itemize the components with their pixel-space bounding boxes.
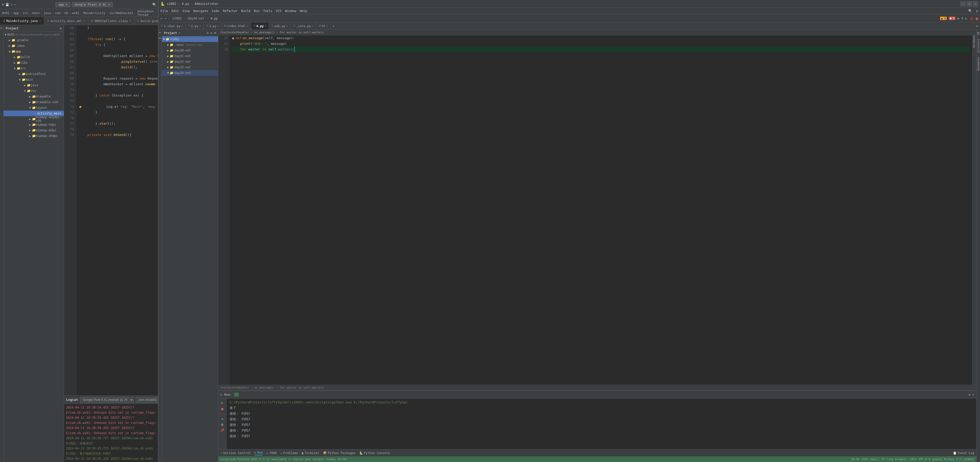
menu-vcs[interactable]: VCS [276,9,282,13]
tree-mipmap-anydpi[interactable]: ▶ 📁 mipmap-anydpi-v26 [3,116,64,122]
tree-drawable-v24[interactable]: ▶ 📁 drawable-v24 [3,99,64,105]
tab-activitymain[interactable]: X activity_main.xml × [44,17,88,25]
search-icon[interactable]: 🔍 [152,3,157,6]
tree-mipmap-xhdpi[interactable]: ▶ 📁 mipmap-xhdpi [3,133,64,139]
tree-app[interactable]: ▼ 📁 app [3,49,64,54]
breadcrumb-thread[interactable]: anonymous Thread [137,10,154,17]
py-search-icon[interactable]: 🔍 [968,9,972,13]
py-tree-day33[interactable]: ▶ 📁 day33-net [162,64,218,70]
tab-mainactivity[interactable]: J MainActivity.java × [0,17,44,25]
menu-file[interactable]: File [161,9,168,13]
py-tab-1chat[interactable]: P 1.chat.py × [158,22,186,29]
menu-code[interactable]: Code [212,9,220,13]
py-tab-corepy[interactable]: P _core.py × [291,22,316,29]
database-strip[interactable]: Database [972,35,975,49]
py-tree-root[interactable]: ▼ 📁 s1002 E:\PycharmProjects\luffySpider… [162,37,218,42]
tree-mipmap-hdpi[interactable]: ▶ 📁 mipmap-hdpi [3,122,64,127]
py-tab-event-log[interactable]: 📋 Event Log [953,451,974,455]
breadcrumb-nb[interactable]: nb [64,11,68,15]
tree-src[interactable]: ▼ 📁 src [3,65,64,71]
breadcrumb-ws01b[interactable]: ws01 [72,11,80,15]
menu-refactor[interactable]: Refactor [223,9,237,13]
py-tab-close-1[interactable]: × [181,25,183,27]
py-right-bookmarks[interactable]: Bookmarks [977,57,980,71]
tree-idea[interactable]: ▶ 📁 .idea [3,43,64,49]
menu-view[interactable]: View [183,9,190,13]
py-project-dropdown[interactable]: ▾ [179,31,180,35]
py-tab-close-web[interactable]: × [286,25,288,27]
py-tab-todo[interactable]: ☑ TODO [266,451,277,455]
py-tab-3py[interactable]: P 3.py × [204,22,222,29]
py-tab-python-console[interactable]: 🐍 Python Console [359,451,390,455]
menu-run[interactable]: Run [254,9,259,13]
py-tab-2py[interactable]: P 2.py × [186,22,204,29]
py-debug-btn[interactable]: 🐞 [969,16,974,21]
py-tab-close-4[interactable]: × [265,25,266,27]
breadcrumb-com[interactable]: com [55,11,60,15]
py-tab-python-packages[interactable]: 📦 Python Packages [323,451,355,455]
py-tab-problems[interactable]: ⚠ Problems [280,451,298,455]
pycharm-minimize-btn[interactable]: — [961,1,966,6]
py-tab-ht[interactable]: H ht × [317,22,331,29]
tree-java[interactable]: ▶ 📁 java [3,83,64,88]
py-tab-close-ht[interactable]: × [326,25,328,27]
breadcrumb-app[interactable]: app [13,11,19,15]
py-tree-day32[interactable]: ▶ 📁 day32-net [162,59,218,64]
tree-build[interactable]: ▶ 📁 build [3,54,64,60]
tree-androidtest[interactable]: ▶ 📁 androidTest [3,71,64,77]
py-stop-icon[interactable]: ■ [221,407,223,411]
py-tab-close-3[interactable]: × [218,25,219,27]
menu-navigate[interactable]: Navigate [194,9,208,13]
py-code-body[interactable]: ● def on_message(self, message): print("… [229,35,972,385]
breadcrumb-mainactivity[interactable]: MainActivity [83,11,105,15]
py-run-btn[interactable]: ▶ [965,16,967,21]
py-run-config-icon[interactable]: ▶ 4 [958,17,963,20]
py-breadcrumb-day34[interactable]: day34-net [188,17,204,20]
project-settings-icon[interactable]: ⚙ [60,27,62,30]
tab-buildgradle[interactable]: G build.gradle (:app) × [134,17,159,25]
device-selector[interactable]: Google Pixel 4 XL ▾ [72,2,113,7]
py-tab-webpy[interactable]: P web.py × [269,22,291,29]
tree-root[interactable]: ▼ Ws01 E:\AndroidStudioProjects\Ws01 [3,32,64,37]
tab-close-activitymain[interactable]: × [83,19,85,22]
py-right-db[interactable]: DB [977,32,980,35]
tree-main[interactable]: ▼ 📁 main [3,77,64,83]
py-run-again-icon[interactable]: ▶ [221,401,223,405]
py-pin-icon[interactable]: 📌 [220,429,224,432]
py-tab-run-active[interactable]: ▶ Run [255,451,263,456]
tree-libs[interactable]: ▶ 📁 libs [3,60,64,65]
py-breadcrumb-4py[interactable]: 4.py [210,17,218,20]
breadcrumb-java[interactable]: java [43,11,51,15]
breadcrumb-main[interactable]: main [32,11,40,15]
tree-mipmap-mdpi[interactable]: ▶ 📁 mipmap-mdpi [3,127,64,133]
menu-window[interactable]: Window [285,9,296,13]
py-tab-close-2[interactable]: × [199,25,201,27]
py-tab-terminal[interactable]: ▣ Terminal [302,451,319,455]
app-selector[interactable]: app ▾ [56,2,70,7]
package-filter[interactable]: com.nb.ws01 (18257) [136,397,159,403]
py-right-structure[interactable]: Structure [977,39,980,53]
py-project-strip[interactable]: P [159,32,162,33]
py-tab-4py[interactable]: P 4.py × [251,22,269,29]
py-stop-btn[interactable]: ■ [976,16,978,21]
menu-help[interactable]: Help [300,9,307,13]
py-tab-close-index[interactable]: × [247,25,248,27]
menu-edit[interactable]: Edit [172,9,179,13]
tab-close-mainactivity[interactable]: × [39,19,41,22]
tree-gradle[interactable]: ▶ 📁 .gradle [3,37,64,43]
tab-close-okhttpclient[interactable]: × [129,19,131,22]
py-breadcrumb-s1002[interactable]: s1002 [172,17,181,20]
py-tree-day31[interactable]: ▶ 📁 day31-net [162,53,218,59]
py-trash-icon[interactable]: 🗑 [221,423,224,427]
tab-okhttpclient[interactable]: C OkHttpClient.class × [88,17,134,25]
pycharm-close-btn[interactable]: × [973,1,978,6]
py-tree-venv[interactable]: ▶ 📁 .venv library root [162,42,218,48]
py-project-icons[interactable]: ⚙ ≡ ⊞ [207,31,216,35]
py-tab-indexhtml[interactable]: H index.html × [222,22,251,29]
py-bookmarks-strip[interactable]: B [159,37,162,39]
menu-build[interactable]: Build [241,9,250,13]
py-tab-version-control[interactable]: ⑂ Version Control [220,451,251,455]
py-tab-overflow[interactable]: ▾ [331,24,337,28]
device-filter[interactable]: Google Pixel 4 XL Android 10, Af [80,397,134,403]
py-run-settings[interactable]: ⚙ [969,393,970,397]
